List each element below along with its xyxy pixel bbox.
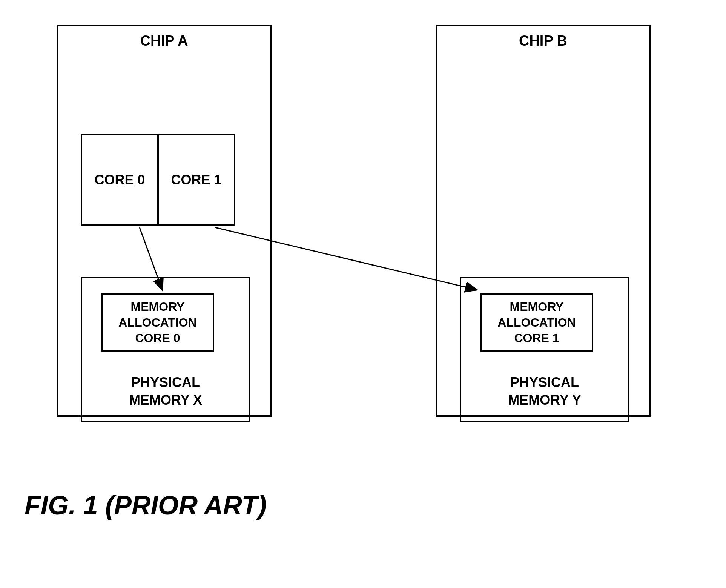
chip-b-box: CHIP B MEMORY ALLOCATION CORE 1 PHYSICAL… xyxy=(436,25,651,417)
allocation-line-1: MEMORY xyxy=(131,299,185,315)
physical-b-label-line-2: MEMORY Y xyxy=(461,391,628,409)
memory-allocation-core-0-box: MEMORY ALLOCATION CORE 0 xyxy=(101,293,214,352)
core-0-box: CORE 0 xyxy=(82,135,159,224)
physical-memory-x-label: PHYSICAL MEMORY X xyxy=(82,374,249,409)
diagram-container: CHIP A CORE 0 CORE 1 MEMORY ALLOCATION C… xyxy=(0,0,726,588)
physical-b-label-line-1: PHYSICAL xyxy=(461,374,628,391)
chip-a-title: CHIP A xyxy=(58,33,270,49)
allocation-b-line-3: CORE 1 xyxy=(514,330,559,346)
physical-label-line-2: MEMORY X xyxy=(82,391,249,409)
allocation-line-3: CORE 0 xyxy=(135,330,180,346)
core-1-box: CORE 1 xyxy=(159,135,234,224)
figure-caption: FIG. 1 (PRIOR ART) xyxy=(25,490,267,520)
cores-group: CORE 0 CORE 1 xyxy=(81,134,235,226)
allocation-b-line-2: ALLOCATION xyxy=(497,315,576,331)
allocation-line-2: ALLOCATION xyxy=(118,315,196,331)
allocation-b-line-1: MEMORY xyxy=(510,299,564,315)
physical-memory-y-label: PHYSICAL MEMORY Y xyxy=(461,374,628,409)
physical-memory-y-box: MEMORY ALLOCATION CORE 1 PHYSICAL MEMORY… xyxy=(460,277,629,422)
physical-memory-x-box: MEMORY ALLOCATION CORE 0 PHYSICAL MEMORY… xyxy=(81,277,250,422)
chip-a-box: CHIP A CORE 0 CORE 1 MEMORY ALLOCATION C… xyxy=(57,25,272,417)
physical-label-line-1: PHYSICAL xyxy=(82,374,249,391)
memory-allocation-core-1-box: MEMORY ALLOCATION CORE 1 xyxy=(480,293,593,352)
chip-b-title: CHIP B xyxy=(437,33,649,49)
